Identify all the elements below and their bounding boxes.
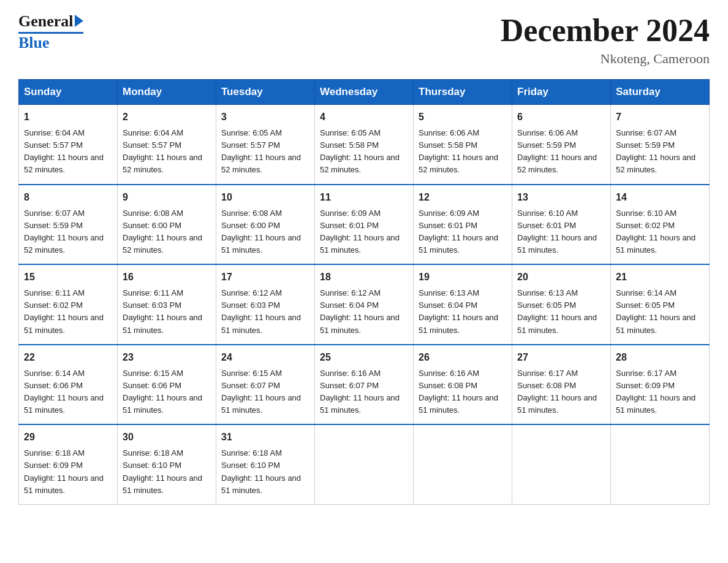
calendar-cell: 21Sunrise: 6:14 AMSunset: 6:05 PMDayligh…: [611, 264, 710, 345]
logo-triangle-icon: [75, 15, 83, 27]
calendar-cell: 8Sunrise: 6:07 AMSunset: 5:59 PMDaylight…: [19, 185, 118, 265]
calendar-cell: 20Sunrise: 6:13 AMSunset: 6:05 PMDayligh…: [512, 264, 611, 345]
logo: General Blue: [18, 12, 83, 52]
logo-general: General: [18, 12, 74, 31]
calendar-cell: 16Sunrise: 6:11 AMSunset: 6:03 PMDayligh…: [118, 264, 216, 345]
title-area: December 2024 Nkoteng, Cameroon: [501, 12, 710, 67]
day-number: 9: [123, 190, 211, 205]
day-number: 7: [616, 110, 704, 124]
day-info: Sunrise: 6:18 AMSunset: 6:09 PMDaylight:…: [24, 447, 112, 497]
calendar-week-row: 15Sunrise: 6:11 AMSunset: 6:02 PMDayligh…: [19, 264, 710, 345]
calendar-week-row: 22Sunrise: 6:14 AMSunset: 6:06 PMDayligh…: [19, 345, 710, 425]
calendar-cell: [414, 424, 512, 504]
day-info: Sunrise: 6:06 AMSunset: 5:59 PMDaylight:…: [517, 127, 605, 177]
logo-blue: Blue: [18, 34, 50, 52]
day-info: Sunrise: 6:14 AMSunset: 6:05 PMDaylight:…: [616, 287, 704, 337]
day-number: 22: [24, 350, 112, 365]
day-number: 16: [123, 270, 211, 285]
day-number: 31: [221, 430, 309, 445]
day-info: Sunrise: 6:04 AMSunset: 5:57 PMDaylight:…: [24, 127, 112, 177]
calendar-cell: 19Sunrise: 6:13 AMSunset: 6:04 PMDayligh…: [414, 264, 512, 345]
calendar-cell: 28Sunrise: 6:17 AMSunset: 6:09 PMDayligh…: [611, 345, 710, 425]
day-info: Sunrise: 6:18 AMSunset: 6:10 PMDaylight:…: [123, 447, 211, 497]
day-number: 23: [123, 350, 211, 365]
calendar-cell: [512, 424, 611, 504]
day-number: 14: [616, 190, 704, 205]
day-info: Sunrise: 6:13 AMSunset: 6:04 PMDaylight:…: [419, 287, 507, 337]
calendar-header-wednesday: Wednesday: [315, 80, 414, 105]
day-info: Sunrise: 6:10 AMSunset: 6:02 PMDaylight:…: [616, 207, 704, 257]
day-number: 8: [24, 190, 112, 205]
calendar-cell: [611, 424, 710, 504]
day-info: Sunrise: 6:18 AMSunset: 6:10 PMDaylight:…: [221, 447, 309, 497]
day-info: Sunrise: 6:11 AMSunset: 6:02 PMDaylight:…: [24, 287, 112, 337]
day-info: Sunrise: 6:17 AMSunset: 6:09 PMDaylight:…: [616, 367, 704, 417]
day-info: Sunrise: 6:17 AMSunset: 6:08 PMDaylight:…: [517, 367, 605, 417]
location: Nkoteng, Cameroon: [501, 51, 710, 67]
calendar-header-saturday: Saturday: [611, 80, 710, 105]
calendar-cell: 25Sunrise: 6:16 AMSunset: 6:07 PMDayligh…: [315, 345, 414, 425]
calendar-cell: 12Sunrise: 6:09 AMSunset: 6:01 PMDayligh…: [414, 185, 512, 265]
calendar-cell: 22Sunrise: 6:14 AMSunset: 6:06 PMDayligh…: [19, 345, 118, 425]
calendar-header-friday: Friday: [512, 80, 611, 105]
day-info: Sunrise: 6:09 AMSunset: 6:01 PMDaylight:…: [419, 207, 507, 257]
day-info: Sunrise: 6:08 AMSunset: 6:00 PMDaylight:…: [123, 207, 211, 257]
day-number: 12: [419, 190, 507, 205]
calendar-cell: 14Sunrise: 6:10 AMSunset: 6:02 PMDayligh…: [611, 185, 710, 265]
calendar-cell: 7Sunrise: 6:07 AMSunset: 5:59 PMDaylight…: [611, 105, 710, 185]
day-number: 3: [221, 110, 309, 124]
calendar-cell: 31Sunrise: 6:18 AMSunset: 6:10 PMDayligh…: [216, 424, 315, 504]
calendar-cell: 10Sunrise: 6:08 AMSunset: 6:00 PMDayligh…: [216, 185, 315, 265]
day-number: 6: [517, 110, 605, 124]
calendar-header-thursday: Thursday: [414, 80, 512, 105]
calendar-cell: 6Sunrise: 6:06 AMSunset: 5:59 PMDaylight…: [512, 105, 611, 185]
day-number: 24: [221, 350, 309, 365]
day-number: 10: [221, 190, 309, 205]
day-number: 11: [320, 190, 408, 205]
day-number: 5: [419, 110, 507, 124]
calendar-cell: 4Sunrise: 6:05 AMSunset: 5:58 PMDaylight…: [315, 105, 414, 185]
day-number: 18: [320, 270, 408, 285]
calendar-week-row: 8Sunrise: 6:07 AMSunset: 5:59 PMDaylight…: [19, 185, 710, 265]
calendar-header-monday: Monday: [118, 80, 216, 105]
calendar-cell: 13Sunrise: 6:10 AMSunset: 6:01 PMDayligh…: [512, 185, 611, 265]
day-info: Sunrise: 6:15 AMSunset: 6:06 PMDaylight:…: [123, 367, 211, 417]
day-info: Sunrise: 6:13 AMSunset: 6:05 PMDaylight:…: [517, 287, 605, 337]
day-info: Sunrise: 6:16 AMSunset: 6:07 PMDaylight:…: [320, 367, 408, 417]
day-number: 25: [320, 350, 408, 365]
calendar-header-sunday: Sunday: [19, 80, 118, 105]
calendar-cell: 2Sunrise: 6:04 AMSunset: 5:57 PMDaylight…: [118, 105, 216, 185]
day-info: Sunrise: 6:10 AMSunset: 6:01 PMDaylight:…: [517, 207, 605, 257]
day-number: 26: [419, 350, 507, 365]
calendar-week-row: 29Sunrise: 6:18 AMSunset: 6:09 PMDayligh…: [19, 424, 710, 504]
day-info: Sunrise: 6:05 AMSunset: 5:57 PMDaylight:…: [221, 127, 309, 177]
calendar-week-row: 1Sunrise: 6:04 AMSunset: 5:57 PMDaylight…: [19, 105, 710, 185]
calendar-cell: 9Sunrise: 6:08 AMSunset: 6:00 PMDaylight…: [118, 185, 216, 265]
calendar-table: SundayMondayTuesdayWednesdayThursdayFrid…: [18, 79, 710, 505]
day-info: Sunrise: 6:16 AMSunset: 6:08 PMDaylight:…: [419, 367, 507, 417]
day-number: 21: [616, 270, 704, 285]
day-number: 27: [517, 350, 605, 365]
day-number: 2: [123, 110, 211, 124]
day-info: Sunrise: 6:12 AMSunset: 6:03 PMDaylight:…: [221, 287, 309, 337]
day-number: 20: [517, 270, 605, 285]
day-number: 15: [24, 270, 112, 285]
calendar-cell: 29Sunrise: 6:18 AMSunset: 6:09 PMDayligh…: [19, 424, 118, 504]
calendar-cell: 17Sunrise: 6:12 AMSunset: 6:03 PMDayligh…: [216, 264, 315, 345]
day-info: Sunrise: 6:11 AMSunset: 6:03 PMDaylight:…: [123, 287, 211, 337]
day-info: Sunrise: 6:07 AMSunset: 5:59 PMDaylight:…: [616, 127, 704, 177]
calendar-header-row: SundayMondayTuesdayWednesdayThursdayFrid…: [19, 80, 710, 105]
day-info: Sunrise: 6:04 AMSunset: 5:57 PMDaylight:…: [123, 127, 211, 177]
month-title: December 2024: [501, 12, 710, 48]
day-info: Sunrise: 6:06 AMSunset: 5:58 PMDaylight:…: [419, 127, 507, 177]
day-number: 19: [419, 270, 507, 285]
day-info: Sunrise: 6:12 AMSunset: 6:04 PMDaylight:…: [320, 287, 408, 337]
calendar-cell: 15Sunrise: 6:11 AMSunset: 6:02 PMDayligh…: [19, 264, 118, 345]
day-number: 13: [517, 190, 605, 205]
day-info: Sunrise: 6:07 AMSunset: 5:59 PMDaylight:…: [24, 207, 112, 257]
day-info: Sunrise: 6:09 AMSunset: 6:01 PMDaylight:…: [320, 207, 408, 257]
calendar-cell: 24Sunrise: 6:15 AMSunset: 6:07 PMDayligh…: [216, 345, 315, 425]
day-info: Sunrise: 6:05 AMSunset: 5:58 PMDaylight:…: [320, 127, 408, 177]
day-number: 1: [24, 110, 112, 124]
calendar-header-tuesday: Tuesday: [216, 80, 315, 105]
